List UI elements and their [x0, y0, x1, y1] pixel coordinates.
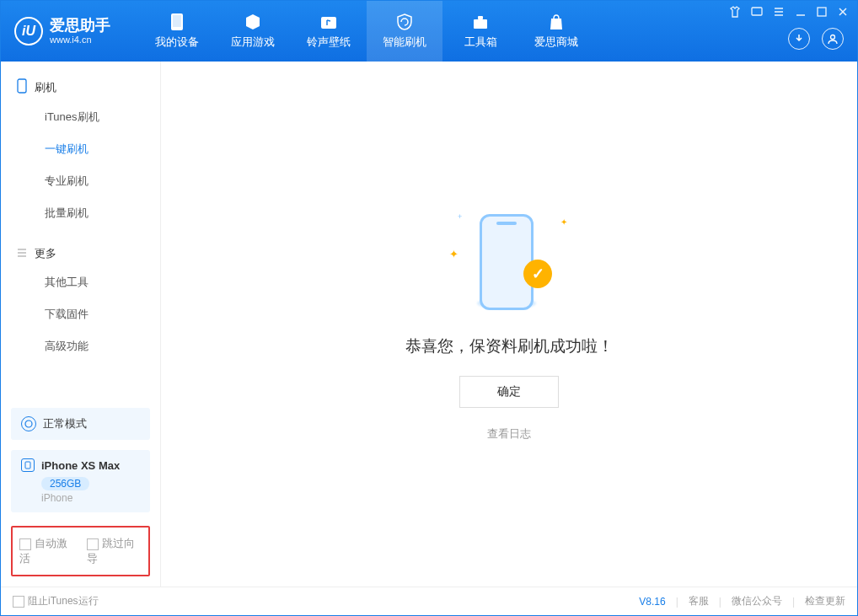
sidebar: 刷机 iTunes刷机 一键刷机 专业刷机 批量刷机 更多 其他工具 下载固件 …	[1, 62, 161, 587]
list-icon	[16, 247, 28, 261]
nav-label: 智能刷机	[383, 35, 426, 50]
sidebar-head-more: 更多	[1, 241, 160, 266]
svg-rect-3	[474, 19, 487, 29]
feedback-icon[interactable]	[751, 6, 763, 20]
music-folder-icon	[319, 13, 338, 31]
sparkle-icon: +	[458, 212, 462, 221]
app-window: iU 爱思助手 www.i4.cn 我的设备 应用游戏 铃声壁纸 智能刷机	[0, 0, 858, 616]
menu-icon[interactable]	[773, 6, 785, 20]
sidebar-item-itunes-flash[interactable]: iTunes刷机	[1, 101, 160, 133]
main-content: ✦ ✦ + ✓ 恭喜您，保资料刷机成功啦！ 确定 查看日志	[161, 62, 857, 587]
device-name: iPhone XS Max	[41, 459, 120, 472]
maximize-icon[interactable]	[817, 7, 827, 19]
sparkle-icon: ✦	[560, 217, 567, 227]
svg-rect-2	[321, 17, 336, 29]
checkbox-icon	[19, 538, 31, 550]
logo-icon: iU	[14, 17, 43, 46]
phone-icon	[168, 13, 186, 31]
svg-point-7	[831, 35, 835, 40]
titlebar: iU 爱思助手 www.i4.cn 我的设备 应用游戏 铃声壁纸 智能刷机	[1, 1, 857, 62]
success-message: 恭喜您，保资料刷机成功啦！	[405, 335, 614, 357]
mode-card[interactable]: 正常模式	[11, 408, 150, 440]
checkbox-icon	[13, 596, 24, 608]
status-link-wechat[interactable]: 微信公众号	[732, 594, 782, 608]
sidebar-item-advanced[interactable]: 高级功能	[1, 330, 160, 362]
user-icon[interactable]	[822, 28, 844, 50]
nav-store[interactable]: 爱思商城	[518, 1, 594, 62]
device-capacity: 256GB	[41, 477, 89, 490]
sidebar-head-label: 刷机	[35, 80, 56, 95]
sidebar-item-batch-flash[interactable]: 批量刷机	[1, 197, 160, 229]
nav-label: 工具箱	[464, 35, 497, 50]
nav-toolbox[interactable]: 工具箱	[442, 1, 518, 62]
statusbar: 阻止iTunes运行 V8.16 | 客服 | 微信公众号 | 检查更新	[1, 587, 857, 615]
svg-rect-9	[25, 462, 30, 469]
sidebar-item-download-firmware[interactable]: 下载固件	[1, 298, 160, 330]
sidebar-head-label: 更多	[35, 246, 56, 261]
svg-rect-1	[173, 15, 181, 27]
clothing-icon[interactable]	[729, 6, 741, 20]
phone-illustration-icon	[480, 214, 534, 310]
app-url: www.i4.cn	[50, 35, 110, 46]
sidebar-item-other-tools[interactable]: 其他工具	[1, 266, 160, 298]
minimize-icon[interactable]	[795, 6, 807, 20]
check-badge-icon: ✓	[523, 260, 552, 288]
status-link-update[interactable]: 检查更新	[805, 594, 845, 608]
window-controls-top	[729, 6, 849, 20]
device-card[interactable]: iPhone XS Max 256GB iPhone	[11, 450, 150, 512]
main-nav: 我的设备 应用游戏 铃声壁纸 智能刷机 工具箱 爱思商城	[139, 1, 594, 62]
nav-label: 应用游戏	[231, 35, 275, 50]
status-link-support[interactable]: 客服	[689, 594, 709, 608]
nav-label: 爱思商城	[534, 35, 578, 50]
version-label: V8.16	[639, 596, 665, 608]
device-type: iPhone	[41, 492, 140, 504]
mode-label: 正常模式	[43, 416, 87, 431]
svg-rect-5	[752, 8, 762, 15]
svg-rect-8	[18, 79, 26, 93]
nav-ringtones[interactable]: 铃声壁纸	[291, 1, 367, 62]
refresh-shield-icon	[395, 13, 414, 31]
ok-button[interactable]: 确定	[459, 376, 559, 408]
view-log-link[interactable]: 查看日志	[487, 426, 531, 442]
device-small-icon	[16, 78, 28, 96]
download-icon[interactable]	[788, 28, 810, 50]
nav-apps[interactable]: 应用游戏	[215, 1, 291, 62]
option-skip-guide[interactable]: 跳过向导	[87, 536, 142, 566]
nav-label: 我的设备	[155, 35, 199, 50]
header-actions	[788, 28, 844, 50]
toolbox-icon	[471, 13, 490, 31]
flash-options-highlighted: 自动激活 跳过向导	[11, 526, 150, 576]
nav-my-device[interactable]: 我的设备	[139, 1, 215, 62]
option-auto-activate[interactable]: 自动激活	[19, 536, 75, 566]
svg-rect-4	[478, 16, 483, 19]
device-icon	[21, 458, 35, 472]
body: 刷机 iTunes刷机 一键刷机 专业刷机 批量刷机 更多 其他工具 下载固件 …	[1, 62, 857, 587]
bag-icon	[547, 13, 566, 31]
option-block-itunes[interactable]: 阻止iTunes运行	[13, 594, 99, 608]
close-icon[interactable]	[837, 6, 849, 20]
app-logo: iU 爱思助手 www.i4.cn	[1, 17, 124, 46]
sparkle-icon: ✦	[449, 248, 458, 260]
sidebar-head-flash: 刷机	[1, 73, 160, 101]
sidebar-item-pro-flash[interactable]: 专业刷机	[1, 165, 160, 197]
sidebar-item-oneclick-flash[interactable]: 一键刷机	[1, 133, 160, 165]
sync-icon	[21, 416, 36, 431]
nav-flash[interactable]: 智能刷机	[367, 1, 442, 62]
cube-icon	[244, 13, 262, 31]
svg-rect-6	[818, 8, 826, 16]
app-title: 爱思助手	[50, 17, 110, 35]
checkbox-icon	[87, 538, 99, 550]
nav-label: 铃声壁纸	[307, 35, 351, 50]
success-illustration: ✦ ✦ + ✓	[454, 207, 564, 317]
